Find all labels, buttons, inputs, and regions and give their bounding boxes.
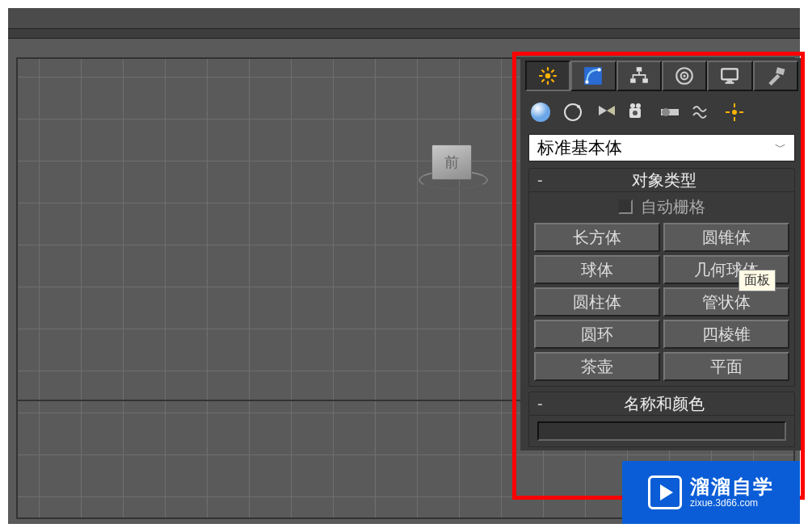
hierarchy-tree-icon [629,65,650,86]
light-spotlight-icon [594,101,617,124]
shapes-circle-icon [562,101,584,124]
command-panel: 标准基本体 ﹀ - 对象类型 自动栅格 长方体 圆锥体 球体 几何球体 圆柱体 [520,58,803,450]
svg-point-2 [586,80,589,83]
category-cameras[interactable] [624,98,651,126]
main-toolbar [8,29,800,39]
create-category-row [520,92,803,131]
svg-point-16 [577,105,580,108]
menubar [8,8,800,29]
svg-rect-6 [642,78,648,82]
tooltip: 面板 [739,270,776,291]
dropdown-selected-label: 标准基本体 [537,136,622,159]
obj-btn-box[interactable]: 长方体 [534,223,660,252]
svg-point-3 [598,68,601,71]
watermark-play-icon [648,475,682,509]
obj-btn-torus[interactable]: 圆环 [534,320,660,349]
category-helpers[interactable] [656,98,684,126]
category-systems[interactable] [721,98,748,126]
svg-point-18 [633,111,638,115]
rollout-header-name-color[interactable]: - 名称和颜色 [528,392,795,416]
svg-point-22 [662,108,670,116]
rollout-title: 对象类型 [553,170,794,191]
rollout-header-object-type[interactable]: - 对象类型 [528,168,795,192]
display-monitor-icon [719,65,740,86]
view-cube[interactable]: 前 [423,143,482,201]
svg-rect-12 [726,82,734,84]
tab-modify[interactable] [570,61,616,91]
category-spacewarps[interactable] [688,98,716,126]
systems-star-icon [723,101,746,124]
collapse-minus-icon: - [537,395,553,413]
camera-icon [626,101,649,124]
collapse-minus-icon: - [537,171,553,190]
object-name-input[interactable] [537,421,786,441]
obj-btn-cone[interactable]: 圆锥体 [663,223,789,252]
obj-btn-pyramid[interactable]: 四棱锥 [663,320,789,349]
chevron-down-icon: ﹀ [775,140,786,155]
svg-rect-13 [776,67,785,75]
category-shapes[interactable] [559,98,587,126]
object-type-buttons: 长方体 圆锥体 球体 几何球体 圆柱体 管状体 圆环 四棱锥 茶壶 平面 [529,221,794,386]
app-frame: 前 [0,0,808,532]
svg-point-23 [732,110,737,115]
svg-rect-10 [722,69,739,79]
helper-tape-icon [659,101,681,124]
spacewarp-wave-icon [691,101,713,124]
svg-rect-5 [630,78,636,82]
obj-btn-tube[interactable]: 管状体 [663,287,789,316]
autogrid-row[interactable]: 自动栅格 [529,192,794,221]
tab-hierarchy[interactable] [617,61,662,91]
svg-point-19 [630,103,635,108]
category-geometry[interactable] [527,98,554,126]
svg-point-20 [636,103,641,108]
watermark: 溜溜自学 zixue.3d66.com [622,461,800,524]
primitive-type-dropdown[interactable]: 标准基本体 ﹀ [528,134,795,161]
obj-btn-teapot[interactable]: 茶壶 [534,352,660,381]
tab-motion[interactable] [662,61,707,91]
autogrid-checkbox[interactable] [618,199,633,214]
svg-rect-11 [727,80,733,82]
obj-btn-sphere[interactable]: 球体 [534,255,660,284]
tab-create[interactable] [525,61,570,91]
svg-point-9 [684,74,686,77]
svg-rect-4 [637,67,642,71]
autogrid-label: 自动栅格 [641,196,705,218]
rollout-name-color: - 名称和颜色 [528,392,795,447]
modify-arc-icon [583,65,604,86]
create-star-icon [537,65,558,86]
svg-point-0 [545,73,551,79]
rollout-title: 名称和颜色 [553,393,794,415]
obj-btn-cylinder[interactable]: 圆柱体 [534,287,660,316]
view-cube-face-front[interactable]: 前 [431,145,472,180]
tab-display[interactable] [707,61,752,91]
utilities-hammer-icon [765,65,786,86]
watermark-title: 溜溜自学 [690,476,774,496]
tab-utilities[interactable] [753,61,798,91]
category-lights[interactable] [591,98,619,126]
watermark-url: zixue.3d66.com [690,498,774,509]
command-panel-tabs [520,58,803,92]
obj-btn-plane[interactable]: 平面 [663,352,789,381]
svg-point-14 [531,103,550,122]
sphere-icon [528,100,553,124]
motion-wheel-icon [674,65,695,86]
